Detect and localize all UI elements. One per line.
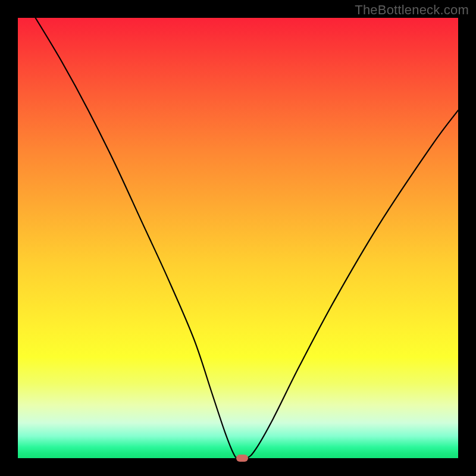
curve-path [36,18,458,459]
bottleneck-curve [18,18,458,458]
watermark-text: TheBottleneck.com [355,2,469,18]
bottleneck-marker [236,455,248,462]
plot-area [18,18,458,458]
chart-frame: TheBottleneck.com [0,0,476,476]
